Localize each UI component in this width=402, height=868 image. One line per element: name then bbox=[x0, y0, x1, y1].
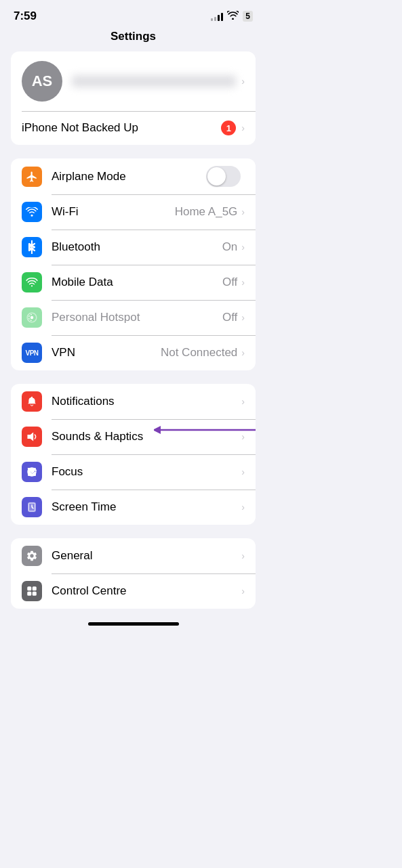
sounds-haptics-row[interactable]: Sounds & Haptics › bbox=[11, 419, 256, 454]
system-section: Notifications › Sounds & Haptics › bbox=[11, 384, 256, 525]
focus-row[interactable]: Focus › bbox=[11, 454, 256, 490]
wifi-value: Home A_5G bbox=[175, 205, 238, 219]
status-time: 7:59 bbox=[14, 9, 37, 23]
notifications-row[interactable]: Notifications › bbox=[11, 384, 256, 419]
hotspot-chevron-icon: › bbox=[241, 312, 245, 323]
connectivity-section: Airplane Mode Wi-Fi Home A_5G › Bluetoot… bbox=[11, 158, 256, 370]
svg-rect-10 bbox=[27, 592, 31, 596]
vpn-label: VPN bbox=[52, 346, 161, 360]
bluetooth-row[interactable]: Bluetooth On › bbox=[11, 230, 256, 265]
svg-rect-11 bbox=[33, 592, 37, 596]
profile-row[interactable]: AS › bbox=[11, 51, 256, 111]
general-label: General bbox=[52, 549, 241, 563]
general-section: General › Control Centre › bbox=[11, 538, 256, 609]
vpn-icon: VPN bbox=[22, 343, 42, 363]
general-row[interactable]: General › bbox=[11, 538, 256, 573]
airplane-mode-icon bbox=[22, 167, 42, 187]
focus-icon bbox=[22, 462, 42, 482]
airplane-mode-row[interactable]: Airplane Mode bbox=[11, 158, 256, 194]
general-icon bbox=[22, 546, 42, 566]
page-title: Settings bbox=[0, 27, 266, 51]
profile-section: AS › iPhone Not Backed Up 1 › bbox=[11, 51, 256, 145]
bluetooth-icon bbox=[22, 237, 42, 257]
svg-point-1 bbox=[31, 285, 33, 286]
general-chevron-icon: › bbox=[241, 550, 245, 561]
backup-chevron-icon: › bbox=[241, 123, 245, 133]
vpn-chevron-icon: › bbox=[241, 347, 245, 358]
mobile-data-row[interactable]: Mobile Data Off › bbox=[11, 265, 256, 300]
mobile-data-value: Off bbox=[222, 276, 237, 289]
wifi-chevron-icon: › bbox=[241, 207, 245, 217]
focus-label: Focus bbox=[52, 465, 241, 479]
vpn-value: Not Connected bbox=[161, 346, 237, 360]
sounds-haptics-label: Sounds & Haptics bbox=[52, 430, 241, 443]
hotspot-value: Off bbox=[222, 311, 237, 324]
control-centre-chevron-icon: › bbox=[241, 586, 245, 596]
signal-icon bbox=[211, 12, 223, 21]
svg-rect-8 bbox=[27, 586, 31, 590]
home-indicator bbox=[88, 622, 179, 626]
wifi-label: Wi-Fi bbox=[52, 205, 175, 219]
backup-label: iPhone Not Backed Up bbox=[22, 121, 221, 135]
notifications-label: Notifications bbox=[52, 395, 241, 408]
vpn-row[interactable]: VPN VPN Not Connected › bbox=[11, 335, 256, 370]
control-centre-icon bbox=[22, 581, 42, 601]
airplane-mode-toggle[interactable] bbox=[206, 166, 241, 187]
hotspot-label: Personal Hotspot bbox=[52, 311, 222, 324]
hotspot-row[interactable]: Personal Hotspot Off › bbox=[11, 300, 256, 335]
bluetooth-label: Bluetooth bbox=[52, 240, 222, 254]
wifi-signal-icon bbox=[227, 11, 239, 22]
notifications-chevron-icon: › bbox=[241, 396, 245, 407]
status-icons: 5 bbox=[211, 11, 253, 22]
backup-badge: 1 bbox=[221, 121, 236, 135]
bluetooth-value: On bbox=[222, 240, 238, 254]
screen-time-label: Screen Time bbox=[52, 500, 241, 514]
screen-time-icon bbox=[22, 497, 42, 517]
status-bar: 7:59 5 bbox=[0, 0, 266, 27]
bluetooth-chevron-icon: › bbox=[241, 242, 245, 253]
screen-time-row[interactable]: Screen Time › bbox=[11, 490, 256, 525]
control-centre-label: Control Centre bbox=[52, 584, 241, 598]
profile-chevron-icon: › bbox=[241, 76, 245, 87]
notifications-icon bbox=[22, 391, 42, 412]
svg-marker-3 bbox=[27, 432, 33, 441]
svg-point-2 bbox=[31, 316, 34, 320]
battery-icon: 5 bbox=[243, 11, 253, 22]
mobile-data-icon bbox=[22, 272, 42, 292]
airplane-mode-label: Airplane Mode bbox=[52, 170, 206, 183]
wifi-icon bbox=[22, 202, 42, 222]
hotspot-icon bbox=[22, 307, 42, 328]
profile-name-blurred bbox=[72, 75, 236, 87]
avatar: AS bbox=[22, 61, 62, 102]
control-centre-row[interactable]: Control Centre › bbox=[11, 573, 256, 609]
svg-point-5 bbox=[31, 471, 33, 473]
sounds-haptics-chevron-icon: › bbox=[241, 431, 245, 442]
backup-row[interactable]: iPhone Not Backed Up 1 › bbox=[11, 111, 256, 145]
mobile-data-chevron-icon: › bbox=[241, 277, 245, 288]
screen-time-chevron-icon: › bbox=[241, 502, 245, 513]
svg-rect-9 bbox=[33, 586, 37, 590]
sounds-haptics-icon bbox=[22, 427, 42, 447]
mobile-data-label: Mobile Data bbox=[52, 276, 222, 289]
focus-chevron-icon: › bbox=[241, 466, 245, 477]
wifi-row[interactable]: Wi-Fi Home A_5G › bbox=[11, 194, 256, 230]
